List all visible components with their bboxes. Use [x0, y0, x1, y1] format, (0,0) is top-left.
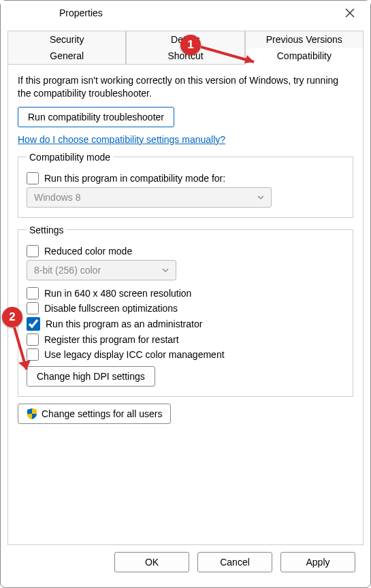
disable-fullscreen-checkbox[interactable]: [27, 302, 39, 314]
disable-fullscreen-label: Disable fullscreen optimizations: [44, 303, 178, 314]
run-as-admin-checkbox-row[interactable]: Run this program as an administrator: [27, 317, 344, 331]
reduced-color-label: Reduced color mode: [44, 246, 132, 257]
compatibility-mode-legend: Compatibility mode: [27, 152, 113, 163]
shield-icon: [27, 408, 37, 419]
compat-os-value: Windows 8: [34, 192, 80, 203]
change-all-users-label: Change settings for all users: [42, 408, 162, 419]
annotation-callout-2: 2: [2, 307, 22, 327]
cancel-button[interactable]: Cancel: [197, 552, 272, 572]
tab-content: If this program isn't working correctly …: [7, 65, 364, 545]
run-troubleshooter-button[interactable]: Run compatibility troubleshooter: [18, 107, 174, 127]
legacy-icc-label: Use legacy display ICC color management: [44, 349, 225, 360]
intro-text: If this program isn't working correctly …: [18, 74, 353, 100]
compat-mode-checkbox[interactable]: [27, 172, 39, 184]
compat-mode-checkbox-row[interactable]: Run this program in compatibility mode f…: [27, 172, 344, 184]
svg-marker-3: [244, 55, 254, 63]
color-mode-value: 8-bit (256) color: [34, 265, 101, 276]
register-restart-checkbox-row[interactable]: Register this program for restart: [27, 333, 344, 346]
titlebar: Properties: [1, 1, 370, 25]
annotation-arrow-2: [10, 327, 37, 382]
disable-fullscreen-checkbox-row[interactable]: Disable fullscreen optimizations: [27, 302, 344, 314]
properties-dialog: Properties Security Details Previous Ver…: [0, 0, 371, 588]
color-mode-select[interactable]: 8-bit (256) color: [27, 260, 176, 280]
settings-group: Settings Reduced color mode 8-bit (256) …: [18, 225, 353, 397]
settings-legend: Settings: [27, 225, 67, 235]
run-640-label: Run in 640 x 480 screen resolution: [44, 288, 191, 299]
close-button[interactable]: [336, 1, 364, 25]
annotation-arrow-1: [201, 44, 266, 69]
legacy-icc-checkbox-row[interactable]: Use legacy display ICC color management: [27, 348, 344, 361]
run-as-admin-label: Run this program as an administrator: [46, 318, 202, 329]
window-title: Properties: [13, 7, 103, 18]
reduced-color-checkbox-row[interactable]: Reduced color mode: [27, 245, 344, 257]
compat-os-select[interactable]: Windows 8: [27, 187, 272, 208]
run-640-checkbox[interactable]: [27, 287, 39, 299]
change-dpi-button[interactable]: Change high DPI settings: [27, 366, 155, 387]
compatibility-mode-group: Compatibility mode Run this program in c…: [18, 152, 353, 218]
chevron-down-icon: [162, 267, 169, 274]
dialog-body: Security Details Previous Versions Gener…: [1, 25, 370, 587]
change-all-users-button[interactable]: Change settings for all users: [18, 404, 171, 424]
register-restart-label: Register this program for restart: [44, 334, 179, 345]
run-640-checkbox-row[interactable]: Run in 640 x 480 screen resolution: [27, 287, 344, 299]
help-link[interactable]: How do I choose compatibility settings m…: [18, 134, 353, 145]
tab-general[interactable]: General: [7, 48, 126, 65]
chevron-down-icon: [257, 194, 264, 201]
close-icon: [345, 8, 355, 18]
tab-security[interactable]: Security: [7, 31, 126, 48]
compat-mode-label: Run this program in compatibility mode f…: [44, 173, 225, 184]
annotation-callout-1: 1: [180, 35, 201, 55]
dialog-footer: OK Cancel Apply: [7, 545, 364, 581]
svg-marker-5: [18, 360, 31, 370]
ok-button[interactable]: OK: [114, 552, 189, 572]
reduced-color-checkbox[interactable]: [27, 245, 39, 257]
apply-button[interactable]: Apply: [280, 552, 355, 572]
